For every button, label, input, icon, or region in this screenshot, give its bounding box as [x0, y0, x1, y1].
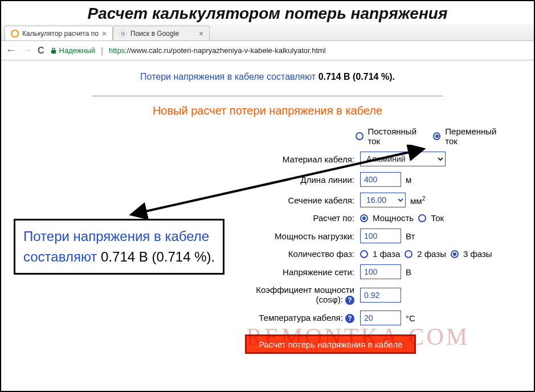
tab-calculator[interactable]: Калькулятор расчета по × [5, 26, 113, 40]
voltage-unit: В [406, 267, 411, 277]
lock-icon [50, 47, 57, 54]
result-value: 0.714 В (0.714 %). [318, 72, 395, 81]
temp-label: Температура кабеля: ? [240, 313, 360, 323]
temp-input[interactable] [360, 311, 401, 325]
radio-power[interactable] [360, 214, 368, 222]
section-unit: мм2 [410, 195, 425, 206]
radio-power-label: Мощность [373, 213, 414, 223]
voltage-input[interactable] [360, 264, 401, 279]
temp-unit: °С [406, 313, 415, 323]
secure-text: Надежный [59, 46, 96, 55]
close-icon[interactable]: × [199, 30, 203, 38]
secure-indicator: Надежный [50, 46, 96, 55]
power-input[interactable] [360, 228, 401, 243]
callout-box: Потери напряжения в кабеле составляют 0.… [14, 219, 224, 275]
result-label: Потери напряжения в кабеле составляют [140, 72, 318, 81]
address-bar: ← → C Надежный | https://www.calc.ru/pot… [1, 41, 534, 60]
row-current-type: Постоянный ток Переменный ток [240, 126, 508, 146]
row-calc-by: Расчет по: Мощность Ток [240, 213, 508, 223]
back-button[interactable]: ← [6, 44, 16, 56]
row-phases: Количество фаз: 1 фаза 2 фазы 3 фазы [240, 249, 508, 259]
radio-1phase[interactable] [360, 250, 368, 258]
row-length: Длина линии: м [240, 172, 508, 187]
power-label: Мощность нагрузки: [240, 231, 360, 241]
voltage-label: Напряжение сети: [240, 267, 360, 277]
section-select[interactable]: 16.00 [360, 193, 406, 207]
page-heading: Расчет калькулятором потерь напряжения [1, 1, 534, 24]
length-input[interactable] [360, 172, 401, 187]
google-favicon-icon: G [119, 30, 127, 38]
radio-2phase[interactable] [405, 250, 413, 258]
submit-button[interactable]: Расчет потерь напряжения в кабеле [245, 334, 416, 354]
row-voltage: Напряжение сети: В [240, 264, 508, 279]
callout-label2: составляют [23, 249, 101, 264]
tab-google[interactable]: G Поиск в Google × [113, 26, 210, 40]
tab-label: Поиск в Google [130, 30, 179, 38]
material-label: Материал кабеля: [240, 154, 360, 164]
reload-button[interactable]: C [38, 46, 44, 56]
tabs-bar: Калькулятор расчета по × G Поиск в Googl… [1, 24, 534, 41]
svg-rect-3 [51, 50, 56, 54]
section-title: Новый расчет потери напряжения в кабеле [1, 104, 534, 117]
forward-button[interactable]: → [22, 44, 32, 56]
cosphi-input[interactable] [360, 288, 401, 303]
row-temp: Температура кабеля: ? °С [240, 311, 508, 325]
calc-form: Постоянный ток Переменный ток Материал к… [240, 126, 508, 354]
result-line: Потери напряжения в кабеле составляют 0.… [1, 72, 534, 82]
help-icon[interactable]: ? [345, 296, 354, 305]
calcby-label: Расчет по: [240, 213, 360, 223]
radio-dc-label: Постоянный ток [368, 126, 428, 146]
svg-point-0 [11, 30, 18, 37]
length-label: Длина линии: [240, 175, 360, 185]
row-section: Сечение кабеля: 16.00 мм2 [240, 193, 508, 207]
help-icon[interactable]: ? [345, 314, 354, 323]
svg-text:G: G [121, 31, 125, 36]
url-scheme: https [109, 46, 125, 55]
radio-current-label: Ток [431, 213, 444, 223]
radio-ac[interactable] [433, 132, 441, 140]
section-label: Сечение кабеля: [240, 195, 360, 205]
close-icon[interactable]: × [102, 30, 107, 38]
radio-3phase[interactable] [451, 250, 459, 258]
radio-ac-label: Переменный ток [445, 126, 508, 146]
tab-label: Калькулятор расчета по [22, 30, 99, 38]
length-unit: м [406, 175, 411, 185]
calc-favicon-icon [11, 30, 19, 38]
radio-1phase-label: 1 фаза [373, 249, 400, 259]
callout-value: 0.714 В (0.714 %). [101, 249, 215, 264]
power-unit: Вт [406, 231, 415, 241]
radio-2phase-label: 2 фазы [417, 249, 446, 259]
material-select[interactable]: Алюминий [360, 152, 446, 166]
url-display[interactable]: https://www.calc.ru/poteri-napryazheniya… [109, 46, 326, 55]
cosphi-label: Коэффициент мощности (cosφ): ? [240, 285, 360, 305]
row-material: Материал кабеля: Алюминий [240, 152, 508, 166]
phases-label: Количество фаз: [240, 249, 360, 259]
row-cosphi: Коэффициент мощности (cosφ): ? [240, 285, 508, 305]
url-rest: ://www.calc.ru/poteri-napryazheniya-v-ka… [125, 46, 326, 55]
divider [92, 96, 443, 96]
radio-dc[interactable] [356, 132, 364, 140]
row-power: Мощность нагрузки: Вт [240, 228, 508, 243]
callout-label: Потери напряжения в кабеле [23, 228, 209, 244]
radio-3phase-label: 3 фазы [463, 249, 492, 259]
page-content: Потери напряжения в кабеле составляют 0.… [1, 60, 534, 354]
radio-current[interactable] [418, 214, 426, 222]
